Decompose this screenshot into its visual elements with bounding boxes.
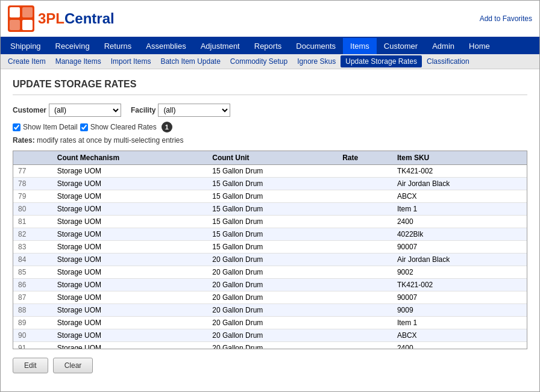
sub-nav-item-create-item[interactable]: Create Item bbox=[3, 55, 51, 67]
cell-unit: 15 Gallon Drum bbox=[207, 190, 338, 203]
edit-button[interactable]: Edit bbox=[13, 358, 48, 373]
main-nav-item-items[interactable]: Items bbox=[343, 38, 377, 54]
cell-sku: 9002 bbox=[392, 266, 527, 279]
cell-rate bbox=[338, 342, 392, 350]
rates-text: modify rates at once by multi-selecting … bbox=[37, 136, 183, 145]
cell-num: 79 bbox=[13, 190, 52, 203]
table-row[interactable]: 90 Storage UOM 20 Gallon Drum ABCX bbox=[13, 329, 527, 342]
main-nav-item-shipping[interactable]: Shipping bbox=[3, 38, 48, 54]
customer-select-wrapper: (all) bbox=[49, 104, 121, 117]
cell-mechanism: Storage UOM bbox=[52, 329, 208, 342]
show-cleared-rates-checkbox[interactable] bbox=[80, 123, 88, 131]
cell-unit: 15 Gallon Drum bbox=[207, 216, 338, 228]
table-row[interactable]: 86 Storage UOM 20 Gallon Drum TK421-002 bbox=[13, 279, 527, 291]
main-nav-item-documents[interactable]: Documents bbox=[289, 38, 343, 54]
sub-nav-item-update-storage-rates[interactable]: Update Storage Rates bbox=[341, 55, 422, 67]
cell-sku: TK421-002 bbox=[392, 165, 527, 178]
show-item-detail-checkbox[interactable] bbox=[13, 123, 20, 131]
cell-num: 85 bbox=[13, 266, 52, 279]
header: 3PLCentral Add to Favorites bbox=[1, 1, 539, 38]
rates-note: Rates: modify rates at once by multi-sel… bbox=[13, 136, 527, 145]
cell-rate bbox=[338, 165, 392, 178]
cell-mechanism: Storage UOM bbox=[52, 266, 208, 279]
cell-sku: TK421-002 bbox=[392, 279, 527, 291]
logo-text: 3PLCentral bbox=[38, 10, 115, 27]
cell-mechanism: Storage UOM bbox=[52, 254, 208, 266]
cell-mechanism: Storage UOM bbox=[52, 241, 208, 254]
cell-mechanism: Storage UOM bbox=[52, 291, 208, 304]
table-row[interactable]: 80 Storage UOM 15 Gallon Drum Item 1 bbox=[13, 203, 527, 216]
add-favorites-link[interactable]: Add to Favorites bbox=[480, 14, 532, 23]
cell-mechanism: Storage UOM bbox=[52, 203, 208, 216]
facility-select[interactable]: (all) bbox=[158, 104, 230, 117]
cell-num: 78 bbox=[13, 178, 52, 190]
cell-mechanism: Storage UOM bbox=[52, 190, 208, 203]
sub-nav-item-ignore-skus[interactable]: Ignore Skus bbox=[292, 55, 341, 67]
main-nav-item-home[interactable]: Home bbox=[462, 38, 497, 54]
cell-unit: 20 Gallon Drum bbox=[207, 304, 338, 317]
table-row[interactable]: 77 Storage UOM 15 Gallon Drum TK421-002 bbox=[13, 165, 527, 178]
cell-sku: ABCX bbox=[392, 329, 527, 342]
main-nav-item-adjustment[interactable]: Adjustment bbox=[193, 38, 247, 54]
table-row[interactable]: 84 Storage UOM 20 Gallon Drum Air Jordan… bbox=[13, 254, 527, 266]
table-row[interactable]: 87 Storage UOM 20 Gallon Drum 90007 bbox=[13, 291, 527, 304]
main-nav-item-reports[interactable]: Reports bbox=[247, 38, 289, 54]
customer-select[interactable]: (all) bbox=[49, 104, 121, 117]
table-row[interactable]: 83 Storage UOM 15 Gallon Drum 90007 bbox=[13, 241, 527, 254]
main-nav-item-assemblies[interactable]: Assemblies bbox=[139, 38, 193, 54]
sub-nav-item-manage-items[interactable]: Manage Items bbox=[51, 55, 106, 67]
cell-num: 83 bbox=[13, 241, 52, 254]
sub-nav: Create ItemManage ItemsImport ItemsBatch… bbox=[1, 54, 539, 69]
cell-mechanism: Storage UOM bbox=[52, 304, 208, 317]
main-nav-item-admin[interactable]: Admin bbox=[425, 38, 462, 54]
info-badge[interactable]: 1 bbox=[162, 122, 172, 132]
logo-central: Central bbox=[64, 10, 115, 26]
cell-sku: Item 1 bbox=[392, 317, 527, 329]
table-row[interactable]: 82 Storage UOM 15 Gallon Drum 4022Blk bbox=[13, 228, 527, 241]
cell-rate bbox=[338, 228, 392, 241]
cell-num: 80 bbox=[13, 203, 52, 216]
sub-nav-item-classification[interactable]: Classification bbox=[422, 55, 474, 67]
cell-unit: 15 Gallon Drum bbox=[207, 228, 338, 241]
cell-mechanism: Storage UOM bbox=[52, 317, 208, 329]
cell-sku: 90007 bbox=[392, 241, 527, 254]
show-item-detail-label: Show Item Detail bbox=[23, 123, 78, 131]
table-row[interactable]: 85 Storage UOM 20 Gallon Drum 9002 bbox=[13, 266, 527, 279]
main-nav-item-receiving[interactable]: Receiving bbox=[48, 38, 97, 54]
table-row[interactable]: 91 Storage UOM 20 Gallon Drum 2400 bbox=[13, 342, 527, 350]
cell-mechanism: Storage UOM bbox=[52, 165, 208, 178]
cell-sku: Item 1 bbox=[392, 203, 527, 216]
content-area: Update Storage Rates Customer (all) Faci… bbox=[1, 69, 539, 383]
table-row[interactable]: 81 Storage UOM 15 Gallon Drum 2400 bbox=[13, 216, 527, 228]
svg-rect-3 bbox=[10, 20, 20, 30]
cell-unit: 20 Gallon Drum bbox=[207, 279, 338, 291]
sub-nav-item-commodity-setup[interactable]: Commodity Setup bbox=[225, 55, 292, 67]
cell-rate bbox=[338, 203, 392, 216]
clear-button[interactable]: Clear bbox=[53, 358, 93, 373]
cell-mechanism: Storage UOM bbox=[52, 228, 208, 241]
table-row[interactable]: 78 Storage UOM 15 Gallon Drum Air Jordan… bbox=[13, 178, 527, 190]
main-nav-item-returns[interactable]: Returns bbox=[97, 38, 139, 54]
table-row[interactable]: 79 Storage UOM 15 Gallon Drum ABCX bbox=[13, 190, 527, 203]
main-nav: ShippingReceivingReturnsAssembliesAdjust… bbox=[1, 38, 539, 54]
cell-num: 87 bbox=[13, 291, 52, 304]
cell-num: 90 bbox=[13, 329, 52, 342]
cell-rate bbox=[338, 329, 392, 342]
col-rate: Rate bbox=[338, 151, 392, 165]
rates-table-container[interactable]: Count Mechanism Count Unit Rate Item SKU… bbox=[13, 151, 527, 349]
cell-num: 91 bbox=[13, 342, 52, 350]
cell-rate bbox=[338, 241, 392, 254]
logo-icon bbox=[8, 5, 34, 32]
main-nav-item-customer[interactable]: Customer bbox=[377, 38, 425, 54]
table-row[interactable]: 89 Storage UOM 20 Gallon Drum Item 1 bbox=[13, 317, 527, 329]
col-unit: Count Unit bbox=[207, 151, 338, 165]
table-row[interactable]: 88 Storage UOM 20 Gallon Drum 9009 bbox=[13, 304, 527, 317]
facility-filter: Facility (all) bbox=[131, 104, 230, 117]
svg-rect-1 bbox=[10, 7, 20, 17]
col-mechanism: Count Mechanism bbox=[52, 151, 208, 165]
cell-rate bbox=[338, 317, 392, 329]
sub-nav-item-import-items[interactable]: Import Items bbox=[106, 55, 156, 67]
cell-unit: 20 Gallon Drum bbox=[207, 254, 338, 266]
cell-unit: 15 Gallon Drum bbox=[207, 178, 338, 190]
sub-nav-item-batch-item-update[interactable]: Batch Item Update bbox=[155, 55, 225, 67]
